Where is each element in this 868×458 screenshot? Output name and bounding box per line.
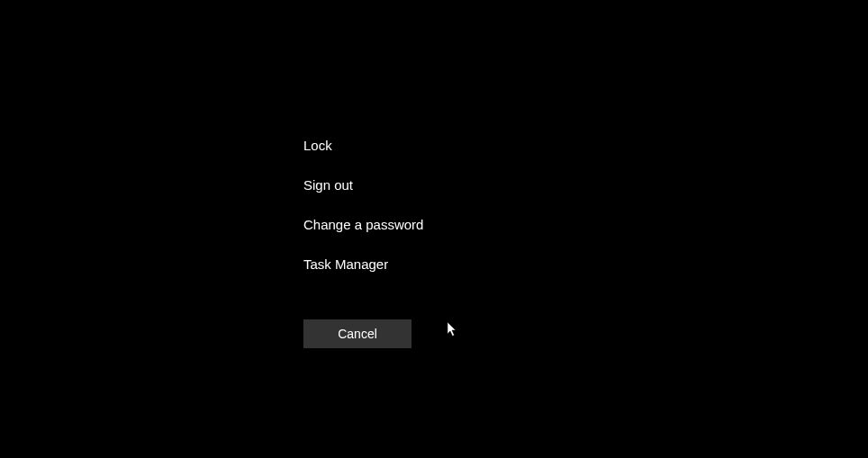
security-options-menu: Lock Sign out Change a password Task Man…	[303, 137, 423, 295]
task-manager-option[interactable]: Task Manager	[303, 256, 423, 274]
cursor-icon	[448, 322, 458, 338]
sign-out-option[interactable]: Sign out	[303, 176, 423, 194]
change-password-option[interactable]: Change a password	[303, 216, 423, 234]
lock-option[interactable]: Lock	[303, 137, 423, 155]
cancel-button[interactable]: Cancel	[303, 319, 411, 348]
